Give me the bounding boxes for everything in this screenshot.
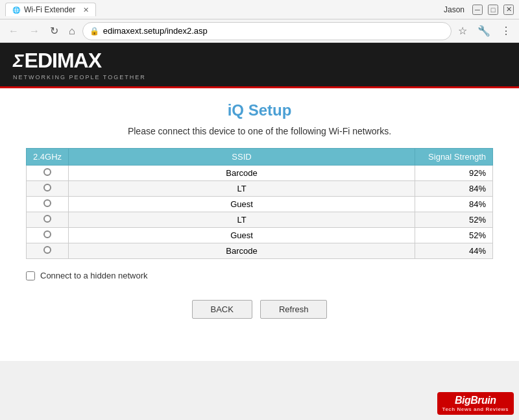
signal-cell: 92% [415, 166, 493, 181]
logo-tagline: NETWORKING PEOPLE TOGETHER [13, 74, 146, 80]
refresh-button[interactable]: Refresh [260, 300, 328, 319]
ssid-cell: LT [69, 181, 415, 197]
content-area: iQ Setup Please connect this device to o… [0, 88, 519, 361]
col-signal: Signal Strength [415, 149, 493, 166]
url-input[interactable] [103, 26, 444, 36]
bigbruin-logo: BigBruin [455, 395, 496, 406]
table-row[interactable]: Barcode 92% [27, 166, 493, 181]
browser-tab[interactable]: 🌐 Wi-Fi Extender ✕ [5, 3, 96, 16]
radio-cell[interactable] [27, 212, 69, 228]
bookmarks-icon[interactable]: ☆ [455, 23, 470, 38]
radio-button[interactable] [43, 246, 51, 254]
extensions-icon[interactable]: 🔧 [475, 23, 493, 38]
lock-icon: 🔒 [90, 27, 99, 36]
action-buttons: BACK Refresh [26, 300, 493, 319]
ssid-cell: Barcode [69, 243, 415, 259]
radio-button[interactable] [43, 168, 51, 176]
hidden-network-label[interactable]: Connect to a hidden network [40, 271, 148, 280]
page-subtitle: Please connect this device to one of the… [26, 126, 493, 136]
tab-close-button[interactable]: ✕ [83, 6, 89, 14]
forward-nav-button[interactable]: → [26, 24, 43, 38]
home-button[interactable]: ⌂ [66, 24, 78, 38]
edimax-logo: Σ EDIMAX NETWORKING PEOPLE TOGETHER [13, 49, 146, 80]
radio-cell[interactable] [27, 197, 69, 212]
address-bar[interactable]: 🔒 [82, 22, 452, 40]
bigbruin-tagline: Tech News and Reviews [442, 406, 509, 412]
radio-cell[interactable] [27, 228, 69, 243]
bigbruin-watermark: BigBruin Tech News and Reviews [437, 392, 514, 415]
col-freq: 2.4GHz [27, 149, 69, 166]
ssid-cell: Guest [69, 197, 415, 212]
signal-cell: 84% [415, 197, 493, 212]
hidden-network-section: Connect to a hidden network [26, 271, 493, 280]
radio-button[interactable] [43, 184, 51, 191]
signal-cell: 44% [415, 243, 493, 259]
logo-text: EDIMAX [25, 49, 101, 73]
ssid-cell: Barcode [69, 166, 415, 181]
signal-cell: 52% [415, 228, 493, 243]
radio-button[interactable] [43, 199, 51, 207]
radio-button[interactable] [43, 230, 51, 238]
back-button[interactable]: BACK [192, 300, 252, 319]
sigma-icon: Σ [13, 51, 23, 71]
close-button[interactable]: ✕ [503, 5, 514, 15]
tab-title: Wi-Fi Extender [24, 5, 75, 14]
minimize-button[interactable]: ─ [472, 5, 483, 15]
hidden-network-checkbox[interactable] [26, 271, 35, 280]
radio-button[interactable] [43, 215, 51, 223]
table-row[interactable]: Guest 84% [27, 197, 493, 212]
maximize-button[interactable]: □ [488, 5, 498, 15]
table-row[interactable]: Guest 52% [27, 228, 493, 243]
network-table: 2.4GHz SSID Signal Strength Barcode 92% … [26, 148, 493, 259]
user-label: Jason [444, 5, 465, 14]
radio-cell[interactable] [27, 181, 69, 197]
col-ssid: SSID [69, 149, 415, 166]
table-row[interactable]: LT 84% [27, 181, 493, 197]
navigation-bar: ← → ↻ ⌂ 🔒 ☆ 🔧 ⋮ [0, 19, 519, 43]
reload-button[interactable]: ↻ [47, 23, 62, 38]
browser-toolbar: ☆ 🔧 ⋮ [455, 23, 514, 38]
radio-cell[interactable] [27, 243, 69, 259]
table-row[interactable]: Barcode 44% [27, 243, 493, 259]
ssid-cell: Guest [69, 228, 415, 243]
ssid-cell: LT [69, 212, 415, 228]
page-title: iQ Setup [26, 101, 493, 119]
edimax-header: Σ EDIMAX NETWORKING PEOPLE TOGETHER [0, 43, 519, 88]
signal-cell: 52% [415, 212, 493, 228]
browser-menu-icon[interactable]: ⋮ [498, 23, 514, 38]
table-row[interactable]: LT 52% [27, 212, 493, 228]
back-nav-button[interactable]: ← [5, 24, 22, 38]
radio-cell[interactable] [27, 166, 69, 181]
tab-icon: 🌐 [12, 6, 20, 14]
signal-cell: 84% [415, 181, 493, 197]
